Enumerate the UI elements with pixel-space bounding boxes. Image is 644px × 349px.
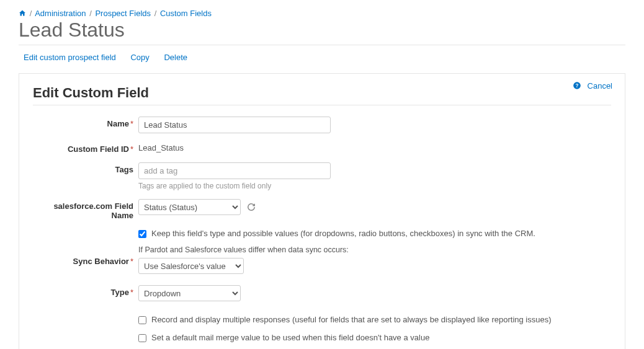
breadcrumb: / Administration / Prospect Fields / Cus… xyxy=(19,9,625,18)
breadcrumb-prospect-fields[interactable]: Prospect Fields xyxy=(95,9,151,18)
opt-multi-checkbox[interactable] xyxy=(138,316,146,324)
sync-crm-label: Keep this field's type and possible valu… xyxy=(151,229,535,238)
svg-text:?: ? xyxy=(575,83,578,89)
sync-behavior-select[interactable]: Use Salesforce's value xyxy=(138,258,244,274)
sf-field-label: salesforce.com Field Name xyxy=(33,199,138,220)
page-title: Lead Status xyxy=(19,19,625,41)
breadcrumb-sep: / xyxy=(154,9,157,18)
breadcrumb-sep: / xyxy=(89,9,92,18)
help-icon[interactable]: ? xyxy=(573,81,584,91)
sync-behavior-label: Sync Behavior* xyxy=(33,245,138,266)
sf-field-select[interactable]: Status (Status) xyxy=(138,199,241,215)
action-edit[interactable]: Edit custom prospect field xyxy=(24,53,116,62)
breadcrumb-custom-fields[interactable]: Custom Fields xyxy=(160,9,212,18)
edit-panel: ? Cancel Edit Custom Field Name* Custom … xyxy=(19,73,625,349)
opt-multi-label: Record and display multiple responses (u… xyxy=(151,315,552,324)
tags-input[interactable] xyxy=(138,162,331,179)
breadcrumb-home[interactable] xyxy=(19,9,29,18)
name-input[interactable] xyxy=(138,117,331,133)
panel-title: Edit Custom Field xyxy=(33,85,611,101)
breadcrumb-admin[interactable]: Administration xyxy=(35,9,86,18)
action-copy[interactable]: Copy xyxy=(130,53,149,62)
refresh-icon[interactable] xyxy=(247,203,256,213)
tags-label: Tags xyxy=(33,162,138,174)
cancel-link[interactable]: Cancel xyxy=(588,81,612,91)
home-icon xyxy=(19,9,26,17)
sync-crm-checkbox[interactable] xyxy=(138,230,146,238)
panel-divider xyxy=(33,105,611,105)
custom-id-value: Lead_Status xyxy=(138,142,184,152)
opt-default-merge-label: Set a default mail merge value to be use… xyxy=(151,333,429,342)
name-label: Name* xyxy=(33,117,138,128)
type-select[interactable]: Dropdown xyxy=(138,285,241,301)
breadcrumb-sep: / xyxy=(30,9,32,18)
tags-help: Tags are applied to the custom field onl… xyxy=(138,182,611,190)
custom-id-label: Custom Field ID* xyxy=(33,142,138,154)
sync-behavior-note: If Pardot and Salesforce values differ w… xyxy=(138,245,611,254)
action-bar: Edit custom prospect field Copy Delete xyxy=(24,53,625,62)
opt-default-merge-checkbox[interactable] xyxy=(138,334,146,342)
action-delete[interactable]: Delete xyxy=(164,53,187,62)
title-divider xyxy=(19,45,625,45)
type-label: Type* xyxy=(33,285,138,297)
